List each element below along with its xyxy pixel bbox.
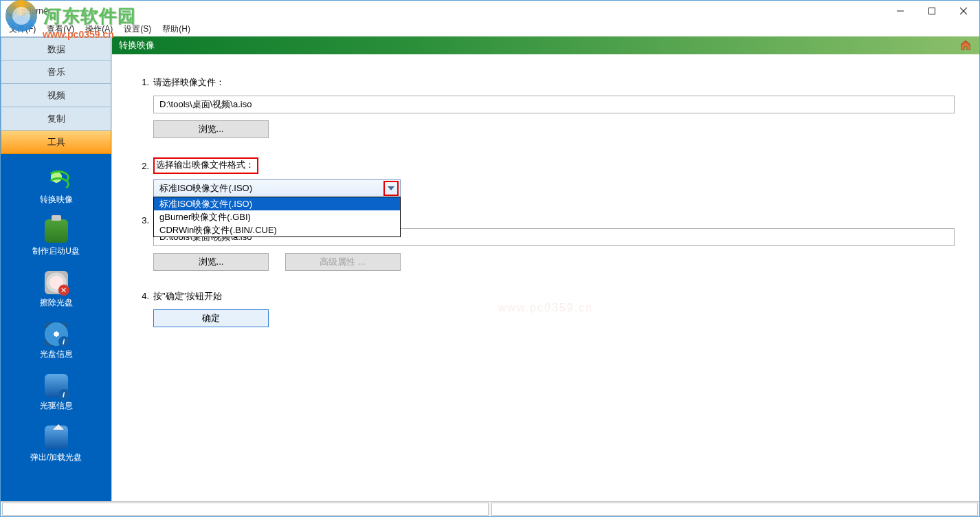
- window-title: gBurner: [21, 6, 51, 16]
- main-panel: 转换映像 www.pc0359.cn 1. 请选择映像文件： 浏览...: [111, 36, 979, 501]
- panel-header: 转换映像: [112, 36, 979, 54]
- step2-label-highlight: 选择输出映像文件格式：: [153, 157, 258, 174]
- menubar: 文件(F) 查看(V) 操作(A) 设置(S) 帮助(H): [1, 21, 979, 36]
- statusbar: [1, 501, 979, 516]
- sidebar-item-convert[interactable]: 转换映像: [1, 164, 111, 215]
- maximize-button[interactable]: [916, 1, 948, 21]
- sidebar-item-bootable-usb[interactable]: 制作启动U盘: [1, 215, 111, 267]
- chevron-down-icon[interactable]: [383, 181, 399, 196]
- menu-settings[interactable]: 设置(S): [118, 22, 157, 36]
- tab-copy[interactable]: 复制: [1, 107, 111, 131]
- erase-icon: [45, 271, 68, 294]
- menu-file[interactable]: 文件(F): [3, 22, 41, 36]
- sidebar-item-eject[interactable]: 弹出/加载光盘: [1, 421, 111, 473]
- app-window: gBurner 文件(F) 查看(V) 操作(A) 设置(S) 帮助(H) 数据…: [0, 0, 980, 517]
- panel-title: 转换映像: [119, 39, 155, 52]
- center-watermark: www.pc0359.cn: [498, 302, 593, 314]
- output-format-dropdown: 标准ISO映像文件(.ISO) gBurner映像文件(.GBI) CDRWin…: [153, 197, 401, 237]
- home-icon[interactable]: [959, 38, 972, 52]
- app-icon: [6, 6, 17, 16]
- drive-info-icon: [45, 374, 68, 397]
- convert-icon: [45, 168, 68, 191]
- browse-source-button[interactable]: 浏览...: [153, 120, 269, 138]
- step4-label: 按"确定"按钮开始: [153, 290, 222, 302]
- sidebar: 数据 音乐 视频 复制 工具 转换映像 制作启动U盘 擦除光盘 光盘信息 光驱信…: [1, 36, 111, 501]
- step1-num: 1.: [137, 77, 149, 87]
- sidebar-item-drive-info[interactable]: 光驱信息: [1, 370, 111, 421]
- titlebar: gBurner: [1, 1, 979, 21]
- step2-label: 选择输出映像文件格式：: [156, 160, 254, 170]
- format-option-iso[interactable]: 标准ISO映像文件(.ISO): [154, 197, 400, 210]
- output-format-combobox[interactable]: 标准ISO映像文件(.ISO): [153, 179, 401, 197]
- statusbar-left: [2, 503, 489, 516]
- source-image-path-input[interactable]: [153, 96, 955, 113]
- tab-video[interactable]: 视频: [1, 84, 111, 107]
- statusbar-right: [491, 503, 978, 516]
- browse-output-button[interactable]: 浏览...: [153, 253, 269, 271]
- usb-icon: [45, 219, 68, 243]
- tab-tools[interactable]: 工具: [1, 131, 111, 154]
- step3-num: 3.: [137, 215, 149, 226]
- sidebar-item-erase[interactable]: 擦除光盘: [1, 267, 111, 318]
- tab-data[interactable]: 数据: [1, 37, 111, 60]
- svg-rect-1: [929, 8, 935, 14]
- tab-music[interactable]: 音乐: [1, 60, 111, 84]
- menu-help[interactable]: 帮助(H): [157, 22, 196, 36]
- format-option-bincue[interactable]: CDRWin映像文件(.BIN/.CUE): [154, 223, 400, 236]
- disc-info-icon: [45, 322, 68, 346]
- menu-action[interactable]: 操作(A): [80, 22, 118, 36]
- menu-view[interactable]: 查看(V): [41, 22, 80, 36]
- step2-num: 2.: [137, 161, 149, 171]
- sidebar-item-disc-info[interactable]: 光盘信息: [1, 318, 111, 370]
- minimize-button[interactable]: [884, 1, 916, 21]
- eject-icon: [45, 426, 68, 449]
- step1-label: 请选择映像文件：: [153, 76, 225, 89]
- advanced-properties-button[interactable]: 高级属性 ...: [285, 253, 401, 271]
- step4-num: 4.: [137, 291, 149, 301]
- ok-button[interactable]: 确定: [153, 309, 269, 327]
- format-option-gbi[interactable]: gBurner映像文件(.GBI): [154, 210, 400, 223]
- close-button[interactable]: [948, 1, 979, 21]
- output-format-selected: 标准ISO映像文件(.ISO): [159, 182, 383, 195]
